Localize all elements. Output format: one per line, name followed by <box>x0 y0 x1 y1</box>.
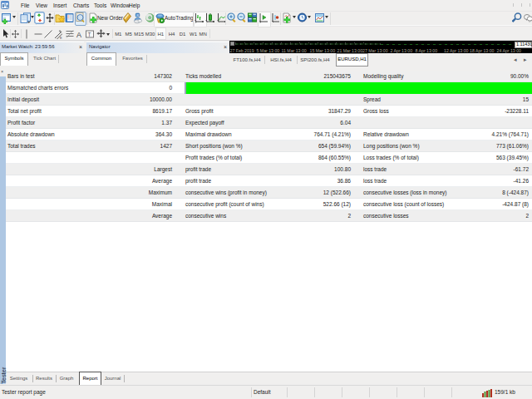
svg-text:A: A <box>76 30 81 38</box>
svg-text:R: R <box>136 13 139 17</box>
svg-text:E: E <box>60 36 62 39</box>
svg-text:T: T <box>88 31 91 37</box>
